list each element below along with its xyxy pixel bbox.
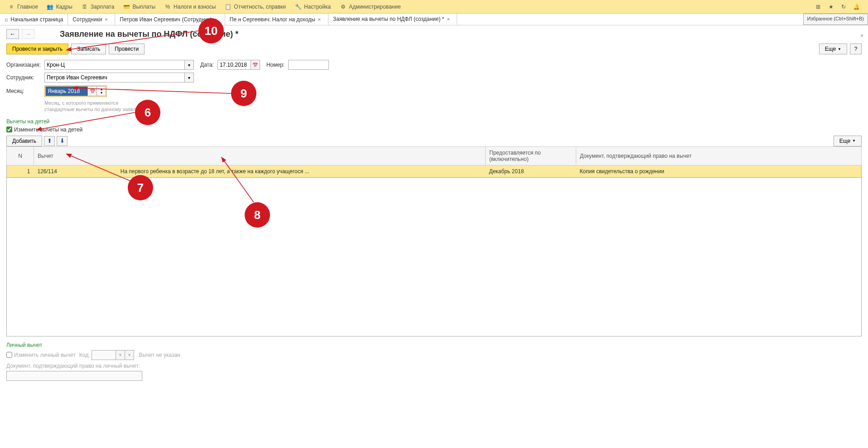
close-icon[interactable]: × — [447, 16, 452, 22]
menu-payments[interactable]: 💳Выплаты — [119, 2, 160, 12]
row-deduction: 126/114 На первого ребенка в возрасте до… — [34, 165, 486, 177]
month-input[interactable] — [45, 86, 88, 96]
table-row[interactable]: 1 126/114 На первого ребенка в возрасте … — [7, 165, 862, 177]
move-down-button[interactable]: ⬇ — [57, 136, 68, 146]
menu-taxes[interactable]: %Налоги и взносы — [160, 2, 220, 12]
personal-code-dropdown: ▾ — [116, 350, 125, 360]
menu-admin[interactable]: ⚙Администрирование — [335, 2, 405, 12]
history-icon[interactable]: ↻ — [839, 2, 848, 11]
save-button[interactable]: Записать — [71, 44, 106, 54]
menu-personnel[interactable]: 👥Кадры — [43, 2, 77, 12]
row-until: Декабрь 2018 — [486, 165, 576, 177]
star-icon[interactable]: ★ — [826, 2, 835, 11]
personal-section-title: Личный вычет — [6, 342, 862, 348]
col-deduction-header: Вычет — [34, 146, 486, 165]
post-button[interactable]: Провести — [109, 44, 145, 54]
employee-open-button[interactable]: ▾ — [185, 73, 194, 83]
close-icon[interactable]: × — [318, 17, 323, 22]
row-n: 1 — [7, 165, 34, 177]
month-picker-button[interactable]: 📅 — [88, 86, 97, 96]
month-label: Месяц: — [6, 88, 41, 94]
number-label: Номер: — [266, 62, 285, 68]
tab-deduction-request[interactable]: Заявление на вычеты по НДФЛ (создание) *… — [328, 14, 458, 25]
col-doc-header: Документ, подтверждающий право на вычет — [576, 146, 862, 165]
children-change-label: Изменить вычеты на детей — [14, 127, 82, 133]
personal-code-input — [92, 350, 116, 360]
card-icon: 💳 — [123, 4, 130, 10]
marker-9: 9 — [231, 81, 256, 106]
clipboard-icon: 📋 — [225, 4, 231, 10]
apps-grid-icon[interactable]: ⊞ — [814, 2, 823, 11]
marker-7: 7 — [128, 175, 153, 200]
marker-10: 10 — [198, 18, 224, 44]
tab-bar: ⌂ Начальная страница Сотрудники × Петров… — [0, 14, 868, 25]
main-menubar: ≡Главное 👥Кадры 🗓Зарплата 💳Выплаты %Нало… — [0, 0, 868, 14]
col-n-header: N — [7, 146, 34, 165]
menu-reports[interactable]: 📋Отчетность, справки — [220, 2, 290, 12]
date-picker-button[interactable]: 📅 — [251, 60, 260, 70]
children-change-checkbox[interactable] — [6, 127, 12, 132]
calendar-icon: 🗓 — [82, 4, 88, 10]
col-until-header: Предоставляется по (включительно) — [486, 146, 576, 165]
personal-doc-label: Документ, подтверждающий право на личный… — [6, 363, 862, 369]
tab-income-tax[interactable]: Пе н Сергеевич: Налог на доходы × — [225, 14, 328, 25]
more-button[interactable]: Еще — [819, 44, 847, 54]
nav-forward-button[interactable]: → — [22, 29, 34, 39]
move-up-button[interactable]: ⬆ — [44, 136, 55, 146]
tab-employees[interactable]: Сотрудники × — [68, 14, 115, 25]
org-input[interactable] — [44, 60, 185, 70]
add-row-button[interactable]: Добавить — [6, 136, 42, 146]
percent-icon: % — [164, 4, 171, 10]
people-icon: 👥 — [47, 4, 53, 10]
children-section-title: Вычеты на детей — [6, 118, 862, 125]
number-input[interactable] — [288, 60, 329, 70]
marker-8: 8 — [245, 202, 270, 228]
favorites-tooltip: Избранное (Ctrl+Shift+B) — [803, 14, 868, 25]
org-label: Организация: — [6, 62, 41, 68]
date-label: Дата: — [200, 62, 214, 68]
employee-label: Сотрудник: — [6, 74, 41, 81]
help-button[interactable]: ? — [850, 44, 862, 54]
menu-settings[interactable]: 🔧Настройка — [290, 2, 335, 12]
personal-code-label: Код: — [79, 352, 90, 358]
month-spinner[interactable]: ▴▾ — [97, 86, 106, 96]
menu-main[interactable]: ≡Главное — [4, 2, 43, 12]
close-icon[interactable]: × — [105, 17, 110, 22]
home-icon: ⌂ — [5, 16, 8, 23]
bell-icon[interactable]: 🔔 — [852, 2, 861, 11]
row-doc: Копия свидетельства о рождении — [576, 165, 862, 177]
table-empty-area — [6, 178, 862, 336]
personal-change-checkbox[interactable] — [6, 352, 12, 358]
org-open-button[interactable]: ▾ — [185, 60, 194, 70]
marker-6: 6 — [135, 100, 160, 125]
personal-doc-input — [6, 371, 142, 381]
nav-back-button[interactable]: ← — [6, 29, 19, 39]
gear-icon: ⚙ — [340, 4, 346, 10]
wrench-icon: 🔧 — [295, 4, 301, 10]
children-deductions-table: N Вычет Предоставляется по (включительно… — [6, 146, 862, 178]
post-and-close-button[interactable]: Провести и закрыть — [6, 44, 68, 54]
personal-code-open: ▾ — [125, 350, 134, 360]
menu-icon: ≡ — [8, 4, 14, 10]
date-input[interactable] — [217, 60, 251, 70]
tab-home[interactable]: ⌂ Начальная страница — [0, 14, 68, 25]
menu-salary[interactable]: 🗓Зарплата — [77, 2, 119, 12]
table-more-button[interactable]: Еще — [834, 136, 862, 146]
personal-not-set: Вычет не указан — [139, 352, 180, 358]
employee-input[interactable] — [44, 73, 185, 83]
personal-change-label: Изменить личный вычет — [14, 352, 76, 358]
month-hint: Месяц, с которого применяются стандартны… — [44, 100, 862, 113]
